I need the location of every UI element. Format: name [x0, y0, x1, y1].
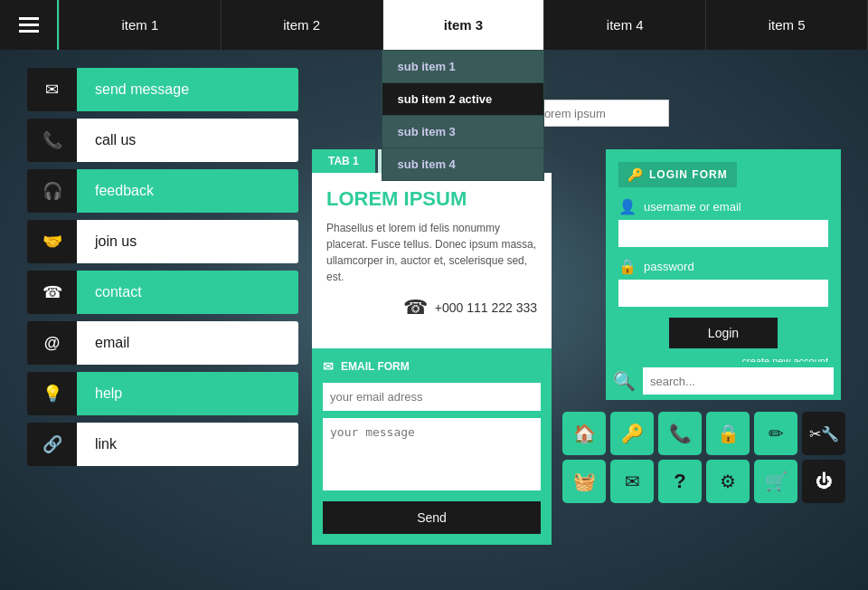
contact-button[interactable]: ☎ contact — [27, 271, 298, 314]
dropdown-item-2[interactable]: sub item 2 active — [382, 83, 543, 116]
icon-gear[interactable]: ⚙ — [706, 460, 750, 503]
join-us-button[interactable]: 🤝 join us — [27, 220, 298, 263]
nav-item-5[interactable]: item 5 — [706, 0, 868, 50]
tab-title: LOREM IPSUM — [326, 187, 537, 211]
hamburger-icon — [19, 17, 39, 33]
tab-body: Phasellus et lorem id felis nonummy plac… — [326, 220, 537, 285]
sidebar: ✉ send message 📞 call us 🎧 feedback 🤝 jo… — [27, 68, 298, 466]
nav-item-2[interactable]: item 2 — [222, 0, 383, 50]
icon-phone2[interactable]: 📞 — [658, 412, 702, 455]
call-us-button[interactable]: 📞 call us — [27, 119, 298, 162]
dropdown-item-3[interactable]: sub item 3 — [382, 116, 543, 148]
bulb-icon: 💡 — [27, 372, 77, 415]
link-icon: 🔗 — [27, 423, 77, 466]
login-form: 🔑 LOGIN FORM 👤 username or email 🔒 passw… — [606, 149, 841, 379]
phone-number: +000 111 222 333 — [435, 300, 537, 315]
password-label: 🔒 password — [618, 258, 828, 275]
login-form-header: 🔑 LOGIN FORM — [618, 162, 737, 187]
search-input[interactable] — [643, 367, 834, 395]
hamburger-button[interactable] — [0, 0, 59, 50]
at-icon: @ — [27, 321, 77, 365]
icon-basket[interactable]: 🧺 — [562, 460, 606, 503]
login-button[interactable]: Login — [669, 318, 778, 348]
feedback-button[interactable]: 🎧 feedback — [27, 169, 298, 213]
tab-phone: ☎ +000 111 222 333 — [326, 296, 537, 319]
lorem-input[interactable] — [533, 100, 669, 127]
phone-icon: 📞 — [27, 119, 77, 162]
password-input[interactable] — [618, 280, 828, 307]
icon-home[interactable]: 🏠 — [562, 412, 606, 455]
icon-cart[interactable]: 🛒 — [754, 460, 797, 503]
icon-envelope2[interactable]: ✉ — [610, 460, 654, 503]
dropdown-item-1[interactable]: sub item 1 — [382, 51, 543, 83]
search-box: 🔍 — [606, 362, 841, 400]
icon-key[interactable]: 🔑 — [610, 412, 654, 455]
nav-item-1[interactable]: item 1 — [59, 0, 222, 50]
send-button[interactable]: Send — [323, 501, 541, 534]
icon-question[interactable]: ? — [658, 460, 702, 503]
email-button[interactable]: @ email — [27, 321, 298, 365]
nav-item-3[interactable]: item 3 sub item 1 sub item 2 active sub … — [383, 0, 545, 50]
icon-tools[interactable]: ✂🔧 — [802, 412, 845, 455]
send-message-button[interactable]: ✉ send message — [27, 68, 298, 111]
email-input[interactable] — [323, 383, 541, 411]
tab-1[interactable]: TAB 1 — [312, 149, 375, 173]
username-label: 👤 username or email — [618, 198, 828, 215]
icon-grid: 🏠 🔑 📞 🔒 ✏ ✂🔧 🧺 ✉ ? ⚙ 🛒 ⏻ — [562, 412, 845, 503]
handshake-icon: 🤝 — [27, 220, 77, 263]
telephone-icon: ☎ — [27, 271, 77, 314]
icon-lock[interactable]: 🔒 — [706, 412, 750, 455]
nav-item-4[interactable]: item 4 — [544, 0, 706, 50]
email-form-header: ✉ EMAIL FORM — [323, 359, 541, 374]
dropdown-menu: sub item 1 sub item 2 active sub item 3 … — [382, 50, 544, 181]
help-button[interactable]: 💡 help — [27, 372, 298, 415]
envelope-icon: ✉ — [27, 68, 77, 111]
username-input[interactable] — [618, 220, 828, 247]
link-button[interactable]: 🔗 link — [27, 423, 298, 466]
headset-icon: 🎧 — [27, 169, 77, 213]
tab-content: LOREM IPSUM Phasellus et lorem id felis … — [312, 173, 552, 349]
icon-pencil[interactable]: ✏ — [754, 412, 797, 455]
navbar: item 1 item 2 item 3 sub item 1 sub item… — [0, 0, 868, 50]
dropdown-item-4[interactable]: sub item 4 — [382, 148, 543, 180]
search-icon: 🔍 — [613, 370, 636, 392]
email-form: ✉ EMAIL FORM Send — [312, 348, 552, 545]
message-input[interactable] — [323, 418, 541, 490]
icon-power[interactable]: ⏻ — [802, 460, 845, 503]
